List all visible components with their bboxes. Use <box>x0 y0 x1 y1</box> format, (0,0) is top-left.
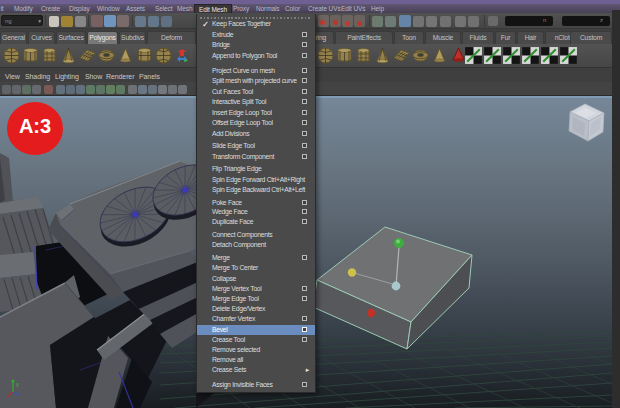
svg-text:y: y <box>16 381 19 387</box>
